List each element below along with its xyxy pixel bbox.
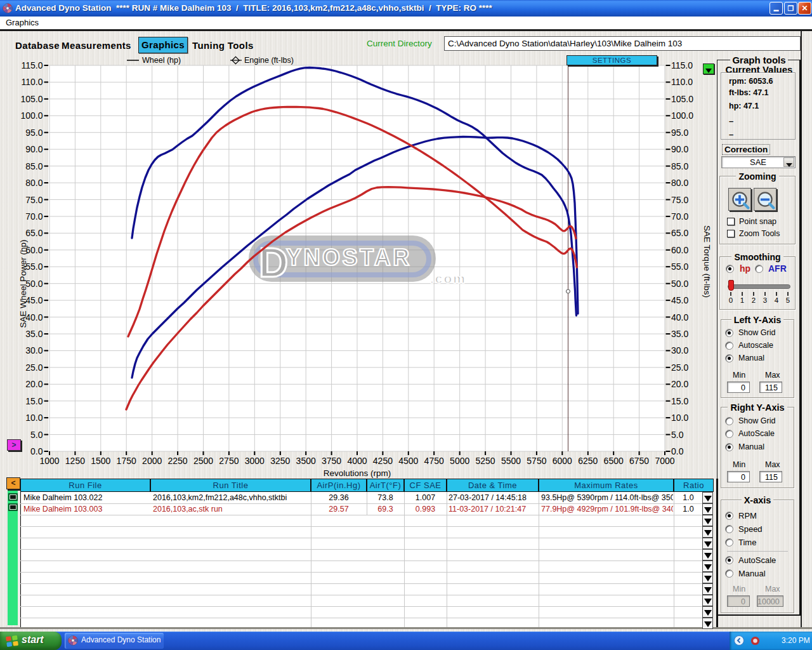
svg-text:35.0: 35.0: [25, 329, 43, 339]
svg-text:85.0: 85.0: [25, 161, 43, 171]
svg-text:Engine (ft-lbs): Engine (ft-lbs): [244, 56, 294, 65]
svg-text:1750: 1750: [117, 456, 136, 466]
svg-text:2250: 2250: [168, 456, 188, 466]
svg-text:0.0: 0.0: [30, 446, 43, 456]
svg-text:15.0: 15.0: [25, 396, 43, 406]
svg-text:65.0: 65.0: [671, 228, 688, 238]
svg-text:100.0: 100.0: [20, 110, 43, 121]
svg-text:6250: 6250: [578, 456, 598, 466]
svg-text:5.0: 5.0: [671, 430, 684, 440]
svg-text:15.0: 15.0: [671, 396, 688, 406]
svg-text:40.0: 40.0: [671, 312, 688, 322]
svg-text:3250: 3250: [270, 456, 290, 466]
svg-text:10.0: 10.0: [25, 413, 43, 423]
svg-text:20.0: 20.0: [671, 379, 688, 389]
svg-text:55.0: 55.0: [25, 262, 43, 272]
svg-text:4000: 4000: [347, 456, 367, 466]
svg-text:YNOSTAR: YNOSTAR: [286, 244, 412, 270]
svg-text:60.0: 60.0: [671, 245, 688, 255]
svg-text:105.0: 105.0: [20, 94, 43, 104]
svg-text:90.0: 90.0: [25, 144, 43, 154]
svg-text:50.0: 50.0: [25, 279, 43, 289]
svg-text:1000: 1000: [39, 456, 59, 466]
svg-text:3750: 3750: [322, 456, 341, 466]
svg-text:SAE Wheel Power (hp): SAE Wheel Power (hp): [18, 240, 28, 328]
svg-text:100.0: 100.0: [671, 110, 693, 121]
svg-text:75.0: 75.0: [25, 195, 43, 205]
svg-text:2000: 2000: [142, 456, 162, 466]
svg-text:115.0: 115.0: [671, 60, 693, 70]
svg-text:3000: 3000: [245, 456, 265, 466]
svg-text:D: D: [259, 240, 288, 286]
svg-text:95.0: 95.0: [25, 128, 43, 138]
svg-text:4250: 4250: [373, 456, 393, 466]
svg-text:35.0: 35.0: [671, 329, 688, 339]
svg-text:105.0: 105.0: [671, 94, 693, 104]
svg-text:45.0: 45.0: [25, 295, 43, 305]
svg-text:40.0: 40.0: [25, 312, 43, 322]
svg-text:5750: 5750: [527, 456, 546, 466]
svg-text:70.0: 70.0: [25, 211, 43, 222]
svg-text:10.0: 10.0: [671, 413, 688, 423]
svg-text:6750: 6750: [629, 456, 649, 466]
svg-text:70.0: 70.0: [671, 211, 688, 222]
svg-text:6500: 6500: [604, 456, 624, 466]
svg-text:0.0: 0.0: [671, 446, 684, 456]
svg-text:55.0: 55.0: [671, 262, 688, 272]
svg-text:7000: 7000: [655, 456, 674, 466]
svg-text:Revolutions (rpm): Revolutions (rpm): [324, 468, 391, 478]
svg-text:115.0: 115.0: [22, 60, 43, 70]
svg-text:110.0: 110.0: [22, 77, 43, 87]
svg-text:1500: 1500: [91, 456, 110, 466]
svg-text:25.0: 25.0: [671, 362, 688, 373]
svg-text:65.0: 65.0: [25, 228, 43, 238]
svg-text:6000: 6000: [553, 456, 572, 466]
svg-text:45.0: 45.0: [671, 295, 688, 305]
svg-text:5000: 5000: [450, 456, 469, 466]
svg-text:30.0: 30.0: [671, 345, 688, 355]
svg-text:5250: 5250: [476, 456, 495, 466]
svg-text:2750: 2750: [219, 456, 239, 466]
svg-text:80.0: 80.0: [671, 178, 688, 188]
svg-text:95.0: 95.0: [671, 128, 688, 138]
svg-text:3500: 3500: [296, 456, 316, 466]
svg-text:110.0: 110.0: [671, 77, 693, 87]
svg-text:4750: 4750: [424, 456, 444, 466]
svg-text:50.0: 50.0: [671, 279, 688, 289]
svg-text:5.0: 5.0: [30, 430, 43, 440]
svg-text:4500: 4500: [398, 456, 418, 466]
svg-text:80.0: 80.0: [25, 178, 43, 188]
svg-text:60.0: 60.0: [25, 245, 43, 255]
svg-text:Wheel (hp): Wheel (hp): [142, 56, 181, 65]
svg-text:75.0: 75.0: [671, 195, 688, 205]
svg-text:5500: 5500: [501, 456, 521, 466]
svg-text:30.0: 30.0: [25, 345, 43, 355]
svg-text:85.0: 85.0: [671, 161, 688, 171]
svg-text:25.0: 25.0: [25, 362, 43, 373]
svg-text:1250: 1250: [65, 456, 85, 466]
svg-text:20.0: 20.0: [25, 379, 43, 389]
svg-text:.com: .com: [430, 271, 466, 286]
svg-text:SAE Torque (ft-lbs): SAE Torque (ft-lbs): [702, 225, 712, 298]
svg-text:2500: 2500: [193, 456, 213, 466]
svg-text:90.0: 90.0: [671, 144, 688, 154]
